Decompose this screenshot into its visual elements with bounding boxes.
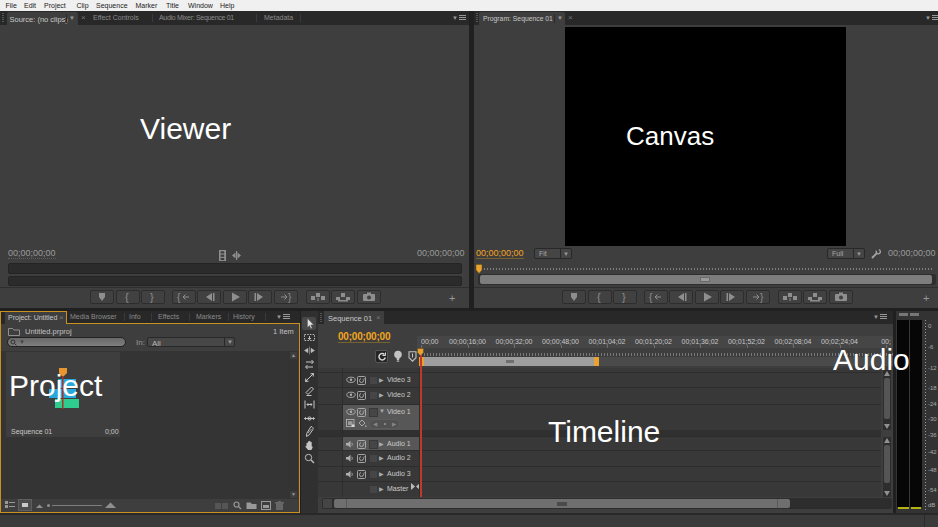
svg-text:{: { <box>597 291 601 303</box>
svg-text:}: } <box>288 292 292 303</box>
svg-text:{: { <box>649 292 653 303</box>
svg-text:}: } <box>760 292 764 303</box>
svg-text:{: { <box>125 291 129 303</box>
svg-text:{: { <box>177 292 181 303</box>
svg-text:}: } <box>622 291 626 303</box>
svg-text:}: } <box>150 291 154 303</box>
